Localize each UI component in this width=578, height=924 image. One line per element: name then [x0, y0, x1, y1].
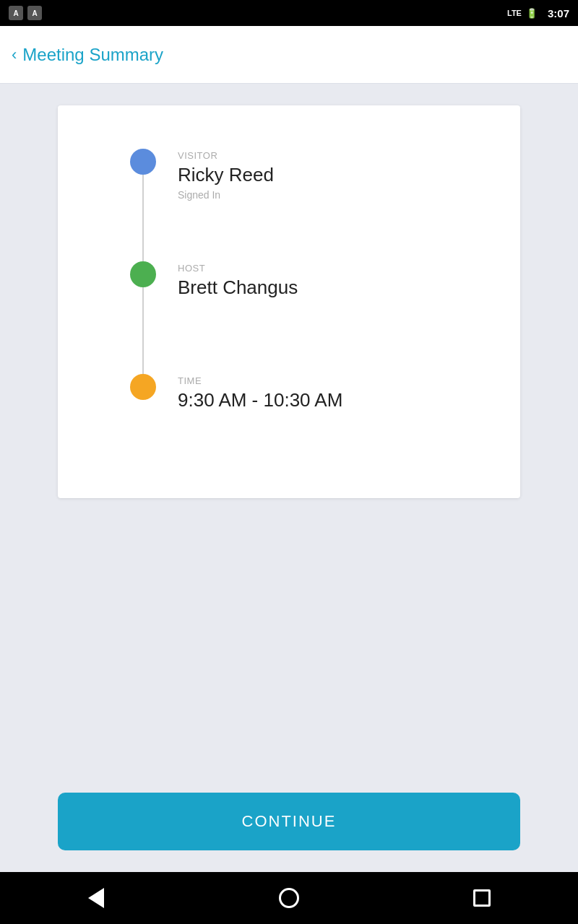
lte-icon: LTE — [507, 9, 522, 17]
time-dot-container — [130, 374, 156, 400]
time-label: TIME — [178, 375, 342, 386]
host-text: HOST Brett Changus — [178, 261, 298, 331]
visitor-status: Signed In — [178, 189, 274, 201]
nav-recents-icon — [473, 889, 491, 907]
time-value: 9:30 AM - 10:30 AM — [178, 389, 342, 411]
timeline-line-2 — [142, 287, 144, 374]
app-icon-2: A — [27, 6, 42, 20]
visitor-dot-container — [130, 149, 156, 261]
nav-back-button[interactable] — [83, 885, 109, 911]
host-dot — [130, 261, 156, 287]
host-label: HOST — [178, 263, 298, 274]
continue-button[interactable]: CONTINUE — [58, 793, 520, 850]
timeline: VISITOR Ricky Reed Signed In HOST Brett … — [130, 149, 491, 440]
continue-area: CONTINUE — [0, 793, 578, 872]
nav-recents-button[interactable] — [469, 885, 495, 911]
host-name: Brett Changus — [178, 276, 298, 299]
status-time: 3:07 — [548, 7, 569, 19]
main-content: VISITOR Ricky Reed Signed In HOST Brett … — [0, 84, 578, 793]
header: ‹ Meeting Summary — [0, 26, 578, 84]
visitor-name: Ricky Reed — [178, 164, 274, 186]
nav-home-button[interactable] — [276, 885, 302, 911]
page-title: Meeting Summary — [22, 45, 163, 65]
nav-bar — [0, 872, 578, 924]
visitor-dot — [130, 149, 156, 175]
app-icon-1: A — [9, 6, 23, 20]
time-text: TIME 9:30 AM - 10:30 AM — [178, 374, 342, 440]
host-dot-container — [130, 261, 156, 374]
status-bar: A A LTE 🔋 3:07 — [0, 0, 578, 26]
nav-back-icon — [88, 888, 104, 908]
battery-icon: 🔋 — [526, 8, 538, 19]
timeline-item-time: TIME 9:30 AM - 10:30 AM — [130, 374, 491, 440]
nav-home-icon — [279, 888, 299, 908]
timeline-item-host: HOST Brett Changus — [130, 261, 491, 374]
time-dot — [130, 374, 156, 400]
visitor-text: VISITOR Ricky Reed Signed In — [178, 149, 274, 230]
back-button[interactable]: ‹ — [12, 45, 17, 64]
visitor-label: VISITOR — [178, 150, 274, 161]
summary-card: VISITOR Ricky Reed Signed In HOST Brett … — [58, 105, 520, 498]
timeline-item-visitor: VISITOR Ricky Reed Signed In — [130, 149, 491, 261]
timeline-line-1 — [142, 175, 144, 261]
